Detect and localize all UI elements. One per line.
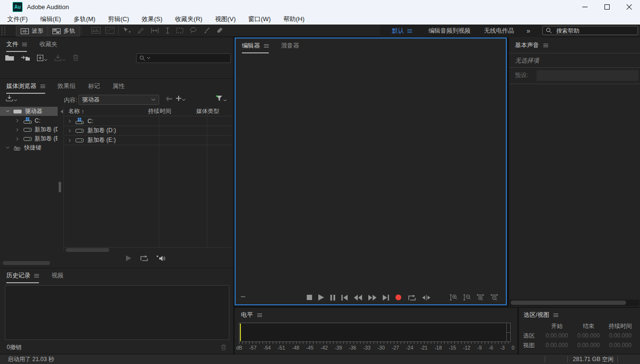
record-button[interactable] <box>395 294 402 301</box>
column-divider[interactable] <box>159 107 159 247</box>
column-duration[interactable]: 持续时间 <box>148 107 171 115</box>
menu-effects[interactable]: 效果(S) <box>136 13 169 25</box>
skip-selection-button[interactable] <box>422 295 430 301</box>
add-shortcut-icon[interactable] <box>176 96 185 101</box>
chevron-collapsed-icon[interactable] <box>16 119 19 123</box>
fast-forward-button[interactable] <box>368 295 376 301</box>
toolbar-grip-handle[interactable] <box>1 26 5 35</box>
menu-view[interactable]: 视图(V) <box>209 13 242 25</box>
tree-horizontal-scrollbar[interactable] <box>3 261 50 265</box>
preview-volume-icon[interactable] <box>157 255 166 261</box>
workspace-default[interactable]: 默认 <box>392 27 412 35</box>
chevron-collapsed-icon[interactable] <box>69 129 71 133</box>
table-row-drive-c[interactable]: C: <box>64 116 231 126</box>
view-end-value[interactable]: 0:00.000 <box>573 342 604 349</box>
workspace-edit-audio-to-video[interactable]: 编辑音频到视频 <box>428 27 471 35</box>
tab-history[interactable]: 历史记录 <box>6 272 39 283</box>
zoom-out-vertical-button[interactable] <box>463 294 471 301</box>
tree-table-splitter[interactable] <box>63 107 64 251</box>
spectral-frequency-display-icon[interactable] <box>91 27 100 34</box>
menu-help[interactable]: 帮助(H) <box>277 13 311 25</box>
splitter-collapse-icon[interactable] <box>61 110 63 113</box>
panel-menu-icon[interactable] <box>257 313 262 317</box>
panel-menu-icon[interactable] <box>34 274 39 278</box>
tab-favorites[interactable]: 收藏夹 <box>39 40 58 51</box>
tree-item-shortcuts[interactable]: 快捷键 <box>0 143 58 152</box>
maximize-button[interactable] <box>596 0 618 13</box>
zoom-out-horizontal-button[interactable] <box>490 294 499 301</box>
panel-menu-icon[interactable] <box>543 43 548 48</box>
tab-effects-rack[interactable]: 效果组 <box>58 82 76 93</box>
slip-tool-icon[interactable] <box>151 28 159 33</box>
panel-menu-icon[interactable] <box>22 42 27 47</box>
workspace-radio-production[interactable]: 无线电作品 <box>484 27 515 35</box>
column-media-type[interactable]: 媒体类型 <box>196 107 219 115</box>
move-tool-icon[interactable] <box>123 27 131 34</box>
paintbrush-tool-icon[interactable] <box>203 27 210 34</box>
import-file-icon[interactable] <box>21 55 30 61</box>
skip-to-start-button[interactable] <box>341 295 348 301</box>
text-cursor-tool-icon[interactable] <box>165 27 170 34</box>
help-search-input[interactable] <box>555 27 635 35</box>
chevron-collapsed-icon[interactable] <box>69 119 71 123</box>
workspace-overflow-chevron[interactable]: » <box>527 27 530 35</box>
tree-item-drives[interactable]: 驱动器 <box>0 107 58 116</box>
new-file-icon[interactable] <box>37 55 47 61</box>
sort-ascending-icon[interactable]: ↑ <box>81 108 84 115</box>
chevron-collapsed-icon[interactable] <box>16 128 19 132</box>
panel-menu-icon[interactable] <box>40 84 45 88</box>
tree-item-drive-d[interactable]: 新加卷 (D:) <box>0 125 58 134</box>
content-dropdown[interactable]: 驱动器 <box>78 95 159 105</box>
import-into-files-icon[interactable] <box>6 95 17 101</box>
selection-duration-value[interactable]: 0:00.000 <box>604 332 636 339</box>
chevron-collapsed-icon[interactable] <box>69 138 71 142</box>
spectral-pitch-display-icon[interactable] <box>105 27 114 34</box>
essential-horizontal-scrollbar[interactable] <box>511 301 626 305</box>
selection-start-value[interactable]: 0:00.000 <box>541 332 573 339</box>
table-row-drive-e[interactable]: 新加卷 (E:) <box>64 136 231 145</box>
menu-file[interactable]: 文件(F) <box>1 13 34 25</box>
menu-edit[interactable]: 编辑(E) <box>34 13 67 25</box>
table-row-drive-d[interactable]: 新加卷 (D:) <box>64 126 231 136</box>
minimize-button[interactable] <box>574 0 596 13</box>
loop-preview-button[interactable] <box>140 255 148 261</box>
filter-icon[interactable] <box>216 95 226 101</box>
search-filter-chevron-icon[interactable] <box>147 57 150 59</box>
column-divider[interactable] <box>207 107 207 247</box>
zoom-in-horizontal-button[interactable] <box>477 294 485 301</box>
view-duration-value[interactable]: 0:00.000 <box>604 342 636 349</box>
chevron-expanded-icon[interactable] <box>6 110 10 113</box>
table-horizontal-scrollbar[interactable] <box>66 248 109 252</box>
tab-video[interactable]: 视频 <box>51 272 63 282</box>
trash-icon[interactable] <box>73 54 79 61</box>
panel-menu-icon[interactable] <box>264 44 269 48</box>
close-button[interactable] <box>618 0 640 13</box>
view-start-value[interactable]: 0:00.000 <box>541 342 573 349</box>
workspace-menu-icon[interactable] <box>407 29 412 33</box>
tab-properties[interactable]: 属性 <box>113 82 125 93</box>
tab-markers[interactable]: 标记 <box>88 82 100 93</box>
menu-multitrack[interactable]: 多轨(M) <box>67 13 102 25</box>
chevron-collapsed-icon[interactable] <box>16 137 19 141</box>
tree-item-drive-c[interactable]: C: <box>0 116 58 125</box>
loop-playback-button[interactable] <box>408 294 416 301</box>
marquee-selection-tool-icon[interactable] <box>176 28 183 33</box>
zoom-in-vertical-button[interactable] <box>450 294 457 301</box>
save-file-icon[interactable] <box>54 55 65 61</box>
play-button[interactable] <box>318 294 324 301</box>
stop-button[interactable] <box>307 295 312 300</box>
files-search-input[interactable] <box>152 54 228 62</box>
column-name[interactable]: 名称 <box>68 107 80 115</box>
tree-item-drive-e[interactable]: 新加卷 (E:) <box>0 134 58 143</box>
panel-menu-icon[interactable] <box>553 313 558 317</box>
tab-mixer[interactable]: 混音器 <box>281 42 300 52</box>
tab-media-browser[interactable]: 媒体浏览器 <box>6 82 45 94</box>
menu-favorites[interactable]: 收藏夹(R) <box>169 13 209 25</box>
rewind-button[interactable] <box>354 295 362 301</box>
preview-play-button[interactable] <box>126 255 131 261</box>
tab-editor[interactable]: 编辑器 <box>242 42 269 53</box>
waveform-mode-button[interactable]: 波形 <box>16 26 48 36</box>
zoom-navigator-handle[interactable] <box>241 296 245 297</box>
skip-to-end-button[interactable] <box>383 295 389 301</box>
chevron-expanded-icon[interactable] <box>6 147 10 149</box>
